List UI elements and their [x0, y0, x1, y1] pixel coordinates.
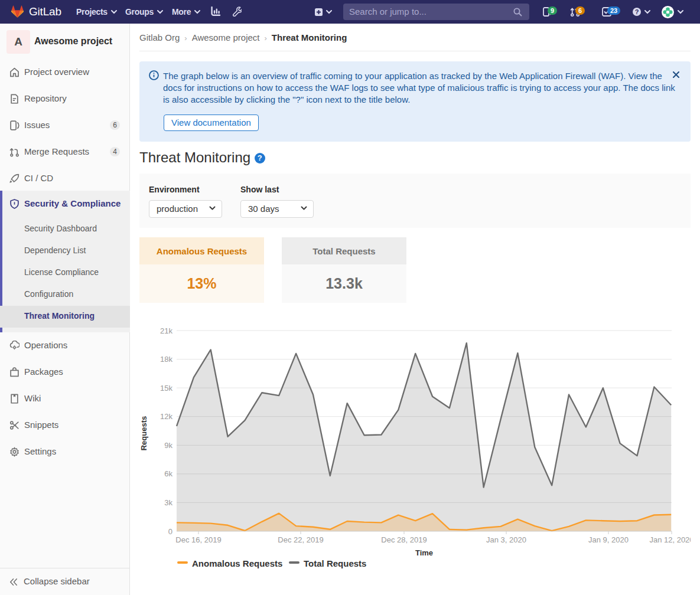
svg-text:9k: 9k	[164, 441, 172, 450]
svg-text:18k: 18k	[160, 355, 172, 364]
svg-text:3k: 3k	[164, 498, 172, 507]
svg-text:6k: 6k	[164, 469, 172, 478]
svg-text:Requests: Requests	[139, 416, 148, 451]
svg-text:0: 0	[168, 527, 172, 536]
svg-text:Jan 9, 2020: Jan 9, 2020	[588, 535, 629, 544]
svg-text:12k: 12k	[160, 412, 172, 421]
svg-text:Total Requests: Total Requests	[304, 558, 366, 568]
svg-text:Time: Time	[415, 548, 433, 557]
svg-text:Jan 3, 2020: Jan 3, 2020	[486, 535, 526, 544]
svg-text:Dec 22, 2019: Dec 22, 2019	[278, 535, 323, 544]
svg-text:Dec 16, 2019: Dec 16, 2019	[175, 535, 221, 544]
svg-text:21k: 21k	[160, 326, 172, 335]
svg-text:Anomalous Requests: Anomalous Requests	[192, 558, 282, 568]
svg-text:Jan 12, 2020: Jan 12, 2020	[649, 535, 691, 544]
svg-text:15k: 15k	[160, 384, 172, 393]
svg-text:Dec 28, 2019: Dec 28, 2019	[381, 535, 426, 544]
